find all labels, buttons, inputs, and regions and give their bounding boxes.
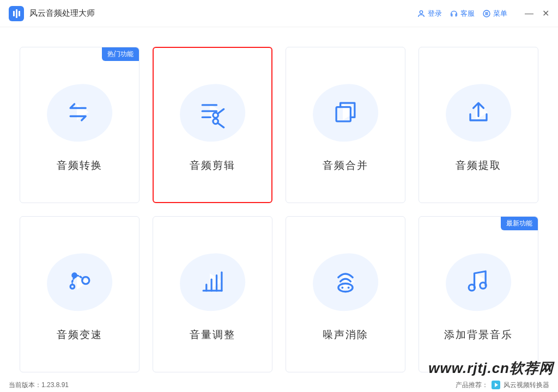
- svg-line-10: [217, 109, 223, 113]
- titlebar: 风云音频处理大师 登录 客服 菜单 — ✕: [0, 0, 558, 27]
- card-label: 音频转换: [57, 158, 102, 173]
- card-icon: [44, 253, 115, 313]
- card-volume-adjust[interactable]: 音量调整: [153, 216, 272, 372]
- card-icon: [44, 83, 115, 143]
- convert-icon: [63, 96, 96, 131]
- card-icon: [177, 83, 248, 143]
- cut-icon: [196, 96, 229, 131]
- music-icon: [462, 265, 495, 300]
- svg-point-21: [338, 283, 353, 291]
- speed-icon: [63, 265, 96, 300]
- user-icon: [417, 9, 426, 18]
- app-window: 风云音频处理大师 登录 客服 菜单 — ✕ 热门功能: [0, 0, 558, 392]
- app-title: 风云音频处理大师: [29, 8, 95, 19]
- svg-point-14: [82, 277, 89, 284]
- svg-point-23: [348, 286, 350, 289]
- svg-rect-12: [336, 107, 350, 121]
- titlebar-actions: 登录 客服 菜单 — ✕: [417, 9, 549, 19]
- product-recommend[interactable]: 产品推荐： 风云视频转换器: [456, 381, 549, 390]
- svg-point-22: [342, 286, 344, 289]
- menu-icon: [482, 9, 491, 18]
- card-icon: [443, 253, 514, 313]
- merge-icon: [329, 96, 362, 131]
- card-icon: [310, 253, 381, 313]
- card-label: 音频合并: [323, 158, 368, 173]
- card-audio-merge[interactable]: 音频合并: [286, 47, 405, 203]
- close-button[interactable]: ✕: [542, 9, 549, 18]
- version-label: 当前版本：: [9, 381, 41, 390]
- product-name: 风云视频转换器: [504, 381, 549, 390]
- noise-icon: [329, 265, 362, 300]
- headset-icon: [450, 9, 458, 18]
- card-audio-extract[interactable]: 音频提取: [418, 47, 538, 203]
- watermark: www.rjtj.cn软荐网: [428, 359, 554, 378]
- card-label: 音频提取: [456, 158, 501, 173]
- card-audio-cut[interactable]: 音频剪辑: [153, 47, 272, 203]
- version-value: 1.23.8.91: [41, 381, 69, 389]
- extract-icon: [462, 96, 495, 131]
- main-grid: 热门功能 音频转换 音频剪辑: [0, 27, 558, 378]
- product-label: 产品推荐：: [456, 381, 488, 390]
- window-controls: — ✕: [525, 9, 549, 18]
- card-audio-speed[interactable]: 音频变速: [20, 216, 140, 372]
- audio-bars-icon: [13, 9, 20, 18]
- menu-button[interactable]: 菜单: [482, 9, 507, 19]
- svg-point-0: [420, 10, 422, 13]
- card-icon: [177, 253, 248, 313]
- app-logo: [9, 6, 24, 21]
- minimize-button[interactable]: —: [525, 9, 533, 18]
- login-label: 登录: [428, 9, 442, 19]
- card-icon: [443, 83, 514, 143]
- service-label: 客服: [460, 9, 475, 19]
- service-button[interactable]: 客服: [450, 9, 475, 19]
- card-label: 音频变速: [57, 328, 102, 342]
- menu-label: 菜单: [493, 9, 507, 19]
- statusbar: 当前版本： 1.23.8.91 产品推荐： 风云视频转换器: [0, 378, 558, 392]
- card-audio-convert[interactable]: 热门功能 音频转换: [20, 47, 140, 203]
- login-button[interactable]: 登录: [417, 9, 442, 19]
- hot-badge: 热门功能: [102, 47, 139, 61]
- card-label: 添加背景音乐: [444, 328, 513, 342]
- svg-line-11: [217, 122, 223, 127]
- volume-icon: [196, 265, 229, 300]
- card-label: 音频剪辑: [190, 158, 235, 173]
- new-badge: 最新功能: [501, 217, 538, 230]
- play-icon: [492, 381, 500, 389]
- card-label: 噪声消除: [323, 328, 368, 342]
- card-label: 音量调整: [190, 328, 235, 342]
- card-add-bgm[interactable]: 最新功能 添加背景音乐: [418, 216, 538, 372]
- card-icon: [310, 83, 381, 143]
- card-noise-remove[interactable]: 噪声消除: [286, 216, 405, 372]
